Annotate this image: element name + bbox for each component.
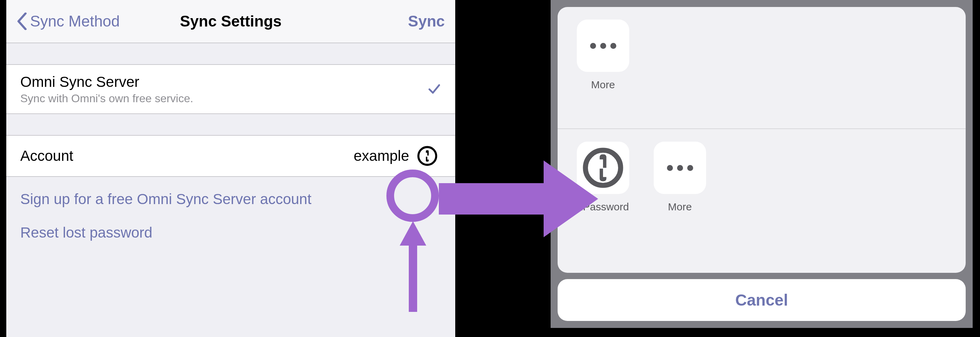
share-onepassword-label: 1Password bbox=[577, 201, 629, 213]
sync-settings-screen: Sync Method Sync Settings Sync Omni Sync… bbox=[6, 0, 455, 337]
back-button[interactable]: Sync Method bbox=[17, 13, 120, 30]
share-more-top[interactable]: More bbox=[571, 19, 635, 91]
account-label: Account bbox=[20, 147, 73, 164]
nav-bar: Sync Method Sync Settings Sync bbox=[6, 0, 455, 43]
account-value: example bbox=[353, 147, 413, 164]
share-more-bottom[interactable]: More bbox=[648, 142, 711, 213]
cancel-button[interactable]: Cancel bbox=[558, 279, 966, 321]
reset-password-link[interactable]: Reset lost password bbox=[20, 224, 441, 241]
checkmark-icon bbox=[427, 82, 441, 97]
share-sheet: More 1Password More bbox=[558, 7, 966, 273]
svg-rect-9 bbox=[603, 168, 611, 177]
share-more-bottom-label: More bbox=[668, 201, 692, 213]
more-icon bbox=[577, 19, 629, 72]
omni-sync-server-cell[interactable]: Omni Sync Server Sync with Omni's own fr… bbox=[6, 64, 455, 114]
svg-rect-3 bbox=[427, 156, 430, 160]
onepassword-icon bbox=[577, 142, 629, 194]
share-sheet-row-activities: More bbox=[558, 7, 966, 129]
server-title: Omni Sync Server bbox=[20, 73, 427, 91]
more-icon bbox=[654, 142, 706, 194]
onepassword-button[interactable] bbox=[413, 142, 441, 170]
sync-button[interactable]: Sync bbox=[408, 13, 445, 30]
share-more-top-label: More bbox=[591, 79, 615, 91]
chevron-left-icon bbox=[17, 13, 27, 30]
server-subtitle: Sync with Omni's own free service. bbox=[20, 92, 427, 105]
footer-links: Sign up for a free Omni Sync Server acco… bbox=[6, 177, 455, 241]
back-label: Sync Method bbox=[30, 13, 120, 30]
share-sheet-overlay: More 1Password More bbox=[550, 0, 973, 328]
cancel-label: Cancel bbox=[735, 291, 788, 309]
share-sheet-row-actions: 1Password More bbox=[558, 129, 966, 251]
signup-link[interactable]: Sign up for a free Omni Sync Server acco… bbox=[20, 191, 441, 207]
onepassword-icon bbox=[417, 146, 438, 166]
share-onepassword[interactable]: 1Password bbox=[571, 142, 635, 213]
account-cell[interactable]: Account example bbox=[6, 135, 455, 177]
svg-rect-8 bbox=[595, 160, 603, 169]
svg-rect-2 bbox=[425, 153, 427, 157]
